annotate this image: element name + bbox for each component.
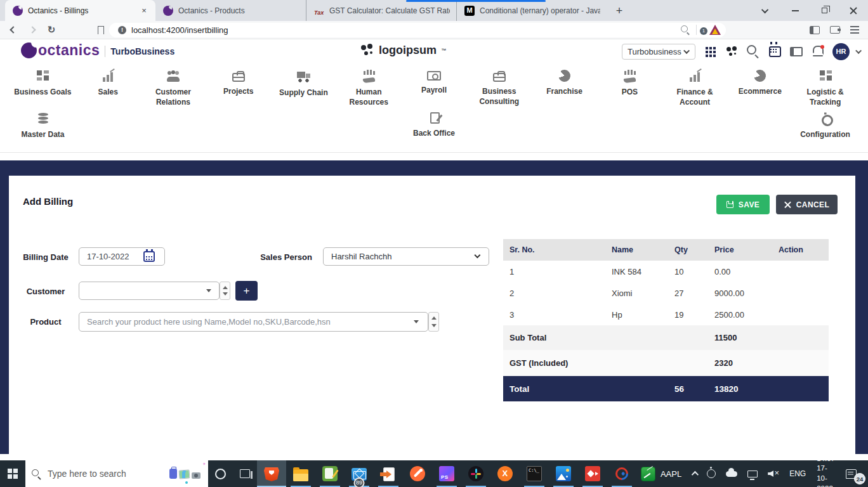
taskbar-app-button[interactable] [432,460,461,487]
cancel-button[interactable]: CANCEL [776,195,838,214]
nav-module-item[interactable]: Ecommerce [727,70,792,107]
taskbar-app-button[interactable] [461,460,490,487]
network-icon [747,471,758,477]
nav-module-item[interactable]: POS [597,70,662,107]
onedrive-button[interactable] [721,460,742,487]
nav-module-item[interactable]: Payroll [402,70,467,107]
nav-module-icon [493,73,506,82]
taskbar-app-button[interactable] [286,460,315,487]
taskbar-app-button[interactable] [520,460,549,487]
taskbar-app-button[interactable] [257,460,286,487]
taskbar-app-button[interactable] [549,460,578,487]
reload-button[interactable]: ↻ [42,22,61,38]
tab-search-chevron-button[interactable] [751,0,780,21]
bookmark-icon[interactable] [98,26,104,34]
forward-button[interactable] [23,22,42,38]
nav-module-item[interactable]: Business Goals [10,70,76,107]
back-button[interactable] [4,22,23,38]
site-info-icon[interactable]: ! [118,26,126,34]
clock[interactable]: 14:07 17-10-2022 [812,454,840,487]
network-button[interactable] [743,460,762,487]
search-icon [32,469,41,479]
browser-menu-icon[interactable] [850,26,859,34]
task-view-button[interactable] [233,460,257,487]
save-button[interactable]: SAVE [716,195,770,214]
logo-mark-icon[interactable] [725,44,739,58]
browser-tab[interactable]: Octanics - Billings × [5,0,155,21]
nav-module-item[interactable]: Supply Chain [271,70,336,107]
url-text[interactable]: localhost:4200/insertbilling [131,25,681,35]
taskbar-app-button[interactable]: 89 [345,460,374,487]
nav-module-label: Human Resources [339,87,398,107]
spinner-up-icon[interactable] [431,316,437,320]
nav-module-item[interactable]: Business Consulting [466,70,532,107]
maximize-button[interactable] [810,0,839,21]
logoipsum-logo: logoipsum ™ [360,43,446,57]
user-avatar[interactable]: HR [832,43,850,60]
wallet-icon[interactable] [830,26,840,34]
calendar-picker-icon[interactable] [143,251,155,262]
caret-down-icon[interactable] [414,320,419,323]
close-button[interactable] [839,0,868,21]
hidden-icons-button[interactable] [687,460,701,487]
cortana-button[interactable] [208,460,232,487]
taskbar-app-button[interactable] [578,460,607,487]
address-bar[interactable]: ! localhost:4200/insertbilling 1 [109,23,726,37]
product-spinner[interactable] [428,312,439,332]
stock-widget[interactable]: AAPL [636,460,686,487]
tab-close-icon[interactable]: × [139,6,149,16]
customer-combobox[interactable] [79,282,220,300]
product-search-input[interactable] [79,312,428,332]
notification-bell-icon[interactable] [811,44,825,58]
nav-module-item[interactable]: Sales [76,70,141,107]
taskbar-app-button[interactable] [374,460,403,487]
taskbar-app-button[interactable] [607,460,636,487]
meet-now-button[interactable] [702,460,720,487]
company-select[interactable]: Turbobusiness [622,44,695,60]
nav-module-item[interactable]: Master Data [10,112,76,140]
brave-rewards-icon[interactable] [709,25,721,35]
spinner-down-icon[interactable] [223,292,228,295]
tab-title: GST Calculator: Calculate GST Rates in [329,6,450,15]
taskbar-app-button[interactable] [315,460,345,487]
browser-tab[interactable]: GST Calculator: Calculate GST Rates in × [306,0,456,21]
search-icon[interactable] [746,44,760,58]
spinner-up-icon[interactable] [223,286,228,289]
meet-now-icon [707,469,716,478]
nav-module-item[interactable]: Logistic & Tracking [792,70,858,107]
apps-grid-icon[interactable] [703,44,717,58]
nav-module-item[interactable]: Finance & Account [662,70,728,107]
customer-spinner[interactable] [220,282,230,300]
nav-module-label: Configuration [800,129,850,140]
browser-tab[interactable]: Octanics - Products × [155,0,306,21]
nav-module-item[interactable]: Franchise [532,70,597,107]
sidebar-panel-icon[interactable] [810,26,820,34]
add-customer-button[interactable]: + [235,281,258,301]
start-button[interactable] [0,460,25,487]
nav-module-item[interactable]: Configuration [792,112,858,140]
browser-tab[interactable]: Conditional (ternary) operator - JavaSc … [456,0,607,21]
divider [105,46,105,57]
nav-module-item[interactable]: Projects [206,70,271,107]
mail-icon[interactable] [790,47,803,56]
camera-icon [192,472,201,479]
volume-button[interactable] [763,460,784,487]
nav-module-icon [101,70,115,82]
nav-module-label: Back Office [413,128,455,138]
profile-chevron-icon[interactable] [855,48,862,54]
calendar-icon[interactable] [769,46,781,57]
action-center-button[interactable]: 24 [841,460,865,487]
language-button[interactable]: ENG [785,460,810,487]
sales-person-select[interactable]: Harshil Rachchh [323,247,489,266]
new-tab-button[interactable]: + [610,2,628,20]
taskbar-search-input[interactable]: Type here to search [25,460,208,487]
minimize-button[interactable] [780,0,810,21]
zoom-icon[interactable] [681,25,690,34]
cell-qty: 27 [668,289,708,298]
taskbar-app-button[interactable] [490,460,520,487]
spinner-down-icon[interactable] [431,324,437,327]
taskbar-app-button[interactable] [403,460,432,487]
nav-module-item[interactable]: Back Office [402,112,467,140]
nav-module-item[interactable]: Human Resources [336,70,402,107]
nav-module-item[interactable]: Customer Relations [141,70,206,107]
